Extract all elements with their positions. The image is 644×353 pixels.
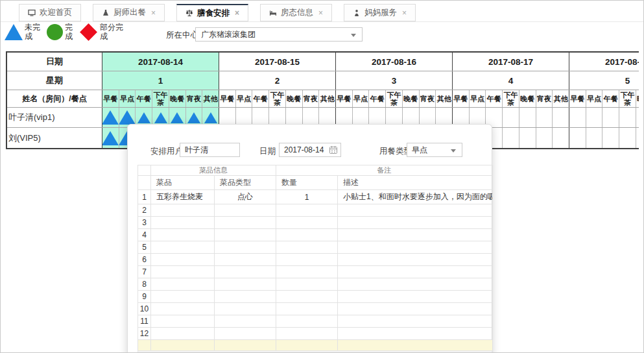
dish-cell-quantity[interactable]: 1	[276, 190, 338, 204]
empty-dish-row[interactable]: 10	[138, 303, 493, 315]
empty-cell[interactable]	[215, 328, 276, 340]
empty-cell[interactable]	[151, 328, 215, 340]
empty-cell[interactable]	[276, 315, 338, 328]
empty-cell[interactable]	[151, 229, 215, 241]
meal-type-select[interactable]: 早点	[407, 143, 462, 157]
empty-cell[interactable]	[215, 204, 276, 217]
empty-cell[interactable]	[338, 204, 493, 217]
tab-3[interactable]: 膳食安排×	[176, 4, 248, 21]
empty-cell[interactable]	[338, 229, 493, 241]
horizontal-scrollbar[interactable]	[137, 350, 492, 353]
meal-status-cell[interactable]	[102, 108, 119, 127]
date-cell[interactable]: 2017-08-17	[453, 53, 569, 71]
empty-cell[interactable]	[151, 303, 215, 315]
meal-status-cell[interactable]	[569, 128, 586, 149]
empty-cell[interactable]	[338, 303, 493, 315]
meal-status-cell[interactable]	[102, 128, 119, 149]
empty-cell[interactable]	[215, 291, 276, 303]
empty-cell[interactable]	[276, 328, 338, 340]
empty-cell[interactable]	[276, 266, 338, 278]
empty-cell[interactable]	[215, 315, 276, 328]
empty-cell[interactable]	[338, 266, 493, 278]
empty-cell[interactable]	[215, 278, 276, 291]
empty-cell[interactable]	[276, 241, 338, 254]
meal-status-cell[interactable]	[553, 108, 569, 127]
date-cell[interactable]: 2017-08-15	[219, 53, 336, 71]
meal-status-cell[interactable]	[503, 128, 519, 149]
empty-cell[interactable]	[338, 254, 493, 266]
empty-dish-row[interactable]: 12	[138, 328, 493, 340]
date-cell[interactable]: 2017-08-14	[102, 53, 219, 71]
meal-status-cell[interactable]	[636, 108, 639, 127]
meal-status-cell[interactable]	[553, 128, 569, 149]
close-icon[interactable]: ×	[151, 8, 156, 18]
date-cell[interactable]: 2017-08-16	[336, 53, 453, 71]
meal-status-cell[interactable]	[536, 108, 553, 127]
empty-cell[interactable]	[276, 303, 338, 315]
empty-cell[interactable]	[276, 254, 338, 266]
meal-status-cell[interactable]	[636, 128, 639, 149]
meal-status-cell[interactable]	[519, 128, 536, 149]
empty-cell[interactable]	[338, 217, 493, 229]
empty-cell[interactable]	[215, 217, 276, 229]
dish-cell-no[interactable]: 1	[138, 190, 151, 204]
empty-cell[interactable]	[151, 204, 215, 217]
dish-cell-dish[interactable]: 五彩养生烧麦	[151, 190, 215, 204]
empty-cell[interactable]	[276, 204, 338, 217]
user-input[interactable]	[180, 143, 240, 157]
tab-4[interactable]: 房态信息×	[260, 4, 332, 21]
meal-status-cell[interactable]	[619, 128, 636, 149]
dish-cell-description[interactable]: 小贴士1、和面时水要逐步加入，因为面的吸水程度不同。2.	[338, 190, 493, 204]
empty-dish-row[interactable]: 11	[138, 315, 493, 328]
meal-status-cell[interactable]	[586, 108, 603, 127]
meal-status-cell[interactable]	[569, 108, 586, 127]
close-icon[interactable]: ×	[402, 8, 407, 18]
empty-dish-row[interactable]: 2	[138, 204, 493, 217]
empty-dish-row[interactable]: 3	[138, 217, 493, 229]
empty-cell[interactable]	[151, 266, 215, 278]
dish-row[interactable]: 1五彩养生烧麦点心1小贴士1、和面时水要逐步加入，因为面的吸水程度不同。2.	[138, 190, 493, 204]
meal-status-cell[interactable]	[602, 108, 619, 127]
empty-cell[interactable]	[338, 328, 493, 340]
empty-dish-row[interactable]: 8	[138, 278, 493, 291]
empty-dish-row[interactable]: 5	[138, 241, 493, 254]
empty-cell[interactable]	[151, 278, 215, 291]
empty-cell[interactable]	[215, 266, 276, 278]
empty-cell[interactable]	[338, 315, 493, 328]
empty-dish-row[interactable]: 6	[138, 254, 493, 266]
meal-status-cell[interactable]	[519, 108, 536, 127]
empty-cell[interactable]	[338, 241, 493, 254]
empty-cell[interactable]	[151, 217, 215, 229]
tab-2[interactable]: 厨师出餐×	[93, 4, 165, 21]
empty-cell[interactable]	[276, 291, 338, 303]
center-filter-select[interactable]: 广东猪滚滚集团	[195, 27, 363, 42]
meal-status-cell[interactable]	[619, 108, 636, 127]
empty-cell[interactable]	[151, 315, 215, 328]
dish-cell-category[interactable]: 点心	[215, 190, 276, 204]
empty-cell[interactable]	[338, 278, 493, 291]
calendar-icon[interactable]	[329, 145, 338, 158]
empty-cell[interactable]	[276, 229, 338, 241]
empty-cell[interactable]	[338, 291, 493, 303]
meal-status-cell[interactable]	[503, 108, 519, 127]
tab-1[interactable]: 欢迎首页	[19, 4, 81, 21]
empty-dish-row[interactable]: 9	[138, 291, 493, 303]
empty-cell[interactable]	[276, 217, 338, 229]
tab-5[interactable]: 妈妈服务×	[344, 4, 416, 21]
meal-status-cell[interactable]	[602, 128, 619, 149]
empty-dish-row[interactable]: 7	[138, 266, 493, 278]
empty-cell[interactable]	[151, 241, 215, 254]
empty-cell[interactable]	[151, 254, 215, 266]
empty-cell[interactable]	[276, 278, 338, 291]
meal-status-cell[interactable]	[586, 128, 603, 149]
empty-cell[interactable]	[215, 241, 276, 254]
date-cell[interactable]: 2017-08-18	[569, 53, 639, 71]
empty-dish-row[interactable]: 4	[138, 229, 493, 241]
empty-cell[interactable]	[215, 303, 276, 315]
close-icon[interactable]: ×	[318, 8, 323, 18]
date-input[interactable]: 2017-08-14	[279, 143, 341, 157]
empty-cell[interactable]	[215, 254, 276, 266]
empty-cell[interactable]	[215, 229, 276, 241]
close-icon[interactable]: ×	[235, 8, 239, 18]
meal-status-cell[interactable]	[536, 128, 553, 149]
